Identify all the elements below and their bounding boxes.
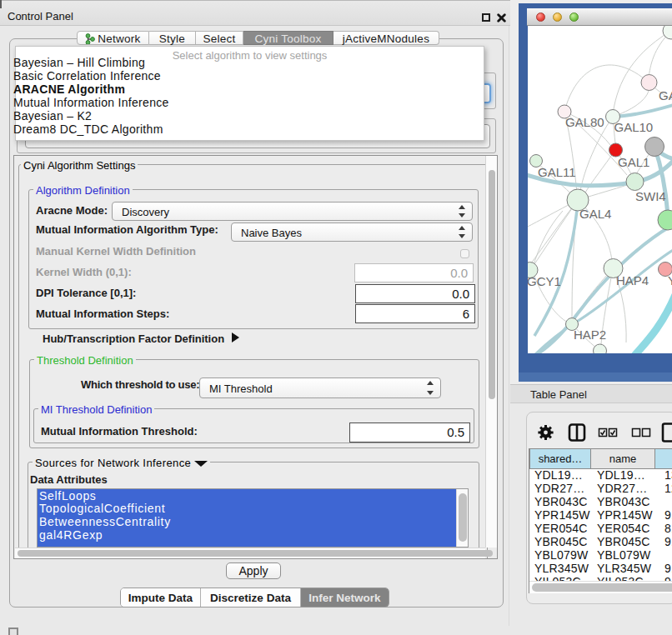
svg-text:SWI4: SWI4 bbox=[635, 189, 666, 203]
svg-text:GAL11: GAL11 bbox=[538, 165, 576, 179]
svg-text:GAL4: GAL4 bbox=[579, 207, 611, 221]
svg-text:GAL10: GAL10 bbox=[614, 120, 654, 134]
svg-text:Y: Y bbox=[668, 273, 672, 288]
svg-text:HAP4: HAP4 bbox=[616, 273, 649, 288]
svg-text:GAL8: GAL8 bbox=[659, 88, 672, 102]
svg-text:GCY1: GCY1 bbox=[528, 274, 561, 288]
svg-text:GAL1: GAL1 bbox=[618, 155, 649, 169]
svg-text:HAP2: HAP2 bbox=[574, 328, 606, 342]
svg-text:GAL80: GAL80 bbox=[565, 115, 604, 129]
